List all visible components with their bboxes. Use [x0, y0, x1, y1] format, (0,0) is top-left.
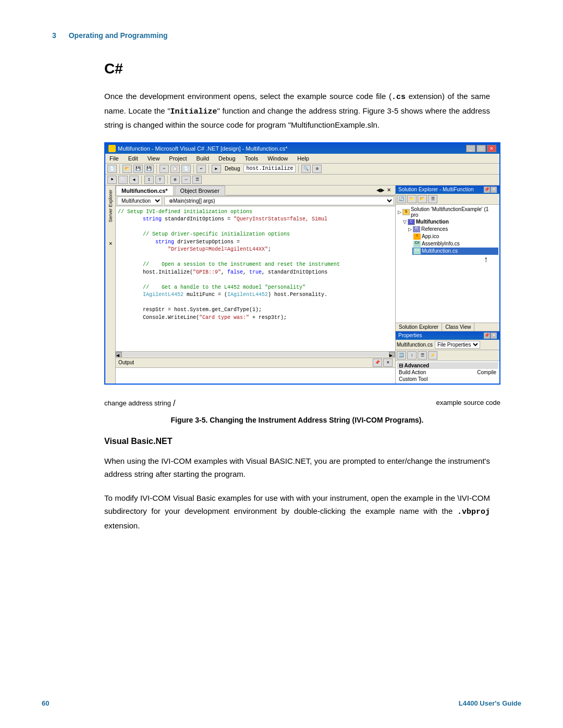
props-controls[interactable]: 📌 ✕: [484, 332, 497, 339]
cs-main-icon: C#: [413, 248, 421, 254]
menu-project[interactable]: Project: [167, 155, 189, 162]
nav-next[interactable]: ▶: [381, 187, 385, 193]
sol-pin[interactable]: 📌: [484, 187, 490, 193]
tab-object-browser[interactable]: Object Browser: [175, 186, 225, 195]
vs-window-title: Multifunction - Microsoft Visual C# .NET…: [118, 145, 287, 152]
tree-multifunction-cs[interactable]: C# Multifunction.cs: [412, 248, 498, 255]
props-tb1[interactable]: 🔤: [397, 351, 406, 360]
props-custom-tool: Custom Tool: [397, 376, 498, 382]
tb-new[interactable]: 📄: [107, 165, 117, 173]
menu-view[interactable]: View: [145, 155, 162, 162]
tab-close[interactable]: ✕: [387, 187, 391, 193]
cs-assemblyinfo-icon: C#: [413, 241, 421, 247]
vb-body-text-2: To modify IVI-COM Visual Basic examples …: [104, 491, 490, 533]
tb-save-all[interactable]: 💾: [144, 165, 154, 173]
output-pin[interactable]: 📌: [373, 359, 382, 367]
tab-class-view[interactable]: Class View: [442, 323, 474, 331]
sol-close[interactable]: ✕: [491, 187, 497, 193]
menu-window[interactable]: Window: [265, 155, 290, 162]
menu-debug[interactable]: Debug: [216, 155, 237, 162]
nav-prev[interactable]: ◀: [376, 187, 381, 193]
solution-toolbar: 🔄 📁 📂 ☰: [396, 194, 499, 205]
vs-left-panel: Server Explorer ✕: [105, 186, 116, 384]
tb2-5[interactable]: T: [155, 176, 165, 184]
tb-paste[interactable]: 📄: [181, 165, 191, 173]
class-dropdown[interactable]: Multifunction: [117, 196, 162, 205]
toolbox-tab[interactable]: ✕: [107, 239, 114, 248]
host-dropdown[interactable]: host.Initialize: [243, 165, 296, 172]
tree-assemblyinfo[interactable]: C# AssemblyInfo.cs: [412, 240, 498, 248]
tree-solution[interactable]: ▷ S Solution 'MultifunctionExample' (1 p…: [397, 206, 498, 218]
solution-tabs: Solution Explorer Class View: [396, 323, 499, 331]
sol-tb4[interactable]: ☰: [428, 195, 437, 203]
menu-edit[interactable]: Edit: [126, 155, 140, 162]
vs-code-editor[interactable]: // Setup IVI-defined initialization opti…: [116, 206, 395, 351]
tree-project[interactable]: ▽ C Multifunction: [402, 218, 498, 226]
example-source-label: example source code: [436, 399, 500, 406]
output-controls[interactable]: 📌 ✕: [373, 359, 393, 367]
vs-output-panel: Output 📌 ✕: [116, 357, 395, 384]
scroll-right-btn[interactable]: ▶: [389, 352, 395, 357]
tb-debug-run[interactable]: ▶: [212, 165, 221, 173]
horizontal-scrollbar[interactable]: ◀ ▶: [116, 351, 395, 357]
tb-open[interactable]: 📂: [123, 165, 132, 173]
menu-tools[interactable]: Tools: [243, 155, 261, 162]
menu-help[interactable]: Help: [295, 155, 311, 162]
vs-props-toolbar: 🔤 ↕ ☰ ⚡: [396, 350, 499, 361]
vs-titlebar-left: Multifunction - Microsoft Visual C# .NET…: [108, 145, 287, 152]
sol-tb1[interactable]: 🔄: [397, 195, 406, 203]
props-pin[interactable]: 📌: [484, 332, 490, 339]
menu-file[interactable]: File: [107, 155, 121, 162]
solution-icon: S: [402, 209, 410, 215]
sep7: [167, 176, 168, 184]
tree-project-expand: ▽: [403, 219, 407, 225]
scroll-track[interactable]: [123, 352, 388, 356]
tb-copy[interactable]: 📋: [170, 165, 180, 173]
tb2-1[interactable]: ⚑: [107, 176, 117, 184]
scroll-left-btn[interactable]: ◀: [116, 352, 122, 357]
tree-mfcs-label: Multifunction.cs: [422, 248, 458, 254]
props-tb2[interactable]: ↕: [407, 351, 417, 360]
chapter-header: 3 Operating and Programming: [42, 31, 521, 40]
props-tb3[interactable]: ☰: [418, 351, 427, 360]
tb2-2[interactable]: ⬜: [118, 176, 128, 184]
tab-solution-explorer[interactable]: Solution Explorer: [396, 323, 442, 331]
close-button[interactable]: ✕: [487, 145, 496, 152]
tb-extra2[interactable]: ⚙: [312, 165, 322, 173]
project-icon: C: [408, 219, 415, 225]
server-explorer-tab[interactable]: Server Explorer: [107, 188, 114, 225]
props-title: Properties: [398, 332, 422, 339]
maximize-button[interactable]: □: [476, 145, 486, 152]
props-tb4[interactable]: ⚡: [428, 351, 437, 360]
sol-tb3[interactable]: 📂: [418, 195, 427, 203]
method-dropdown[interactable]: ⊕Main(string[] args): [164, 196, 394, 205]
vs-menubar: File Edit View Project Build Debug Tools…: [105, 154, 499, 164]
tab-multifunction-cs[interactable]: Multifunction.cs*: [116, 186, 174, 195]
vs-toolbar-2: ⚑ ⬜ ◀ I T ⊞ ↔ ☰: [105, 175, 499, 186]
tb2-7[interactable]: ↔: [181, 176, 191, 184]
tb-extra1[interactable]: 🔍: [301, 165, 311, 173]
tb-save[interactable]: 💾: [133, 165, 143, 173]
screenshot-annotations: change address string / example source c…: [104, 399, 500, 408]
tb-undo[interactable]: ↩: [197, 165, 206, 173]
tb2-3[interactable]: ◀: [129, 176, 139, 184]
tb2-4[interactable]: I: [144, 176, 154, 184]
tb2-6[interactable]: ⊞: [170, 176, 180, 184]
solution-controls[interactable]: 📌 ✕: [484, 187, 497, 193]
vs-window-controls[interactable]: _ □ ✕: [466, 145, 496, 152]
tb2-8[interactable]: ☰: [192, 176, 202, 184]
props-type-dropdown[interactable]: File Properties: [435, 341, 480, 349]
sol-tb2[interactable]: 📁: [407, 195, 417, 203]
tree-references-label: References: [421, 226, 448, 232]
vb-body-2c: extension.: [104, 521, 140, 530]
tree-app-ico[interactable]: I App.ico: [412, 233, 498, 240]
vb-section-title: Visual Basic.NET: [104, 437, 521, 446]
minimize-button[interactable]: _: [466, 145, 475, 152]
output-close[interactable]: ✕: [383, 359, 393, 367]
tb-cut[interactable]: ✂: [160, 165, 169, 173]
tree-ref-expand: ▷: [408, 227, 412, 232]
menu-build[interactable]: Build: [194, 155, 211, 162]
tree-references[interactable]: ▷ R References: [407, 226, 498, 233]
sep4: [209, 165, 209, 173]
props-close[interactable]: ✕: [491, 332, 497, 339]
